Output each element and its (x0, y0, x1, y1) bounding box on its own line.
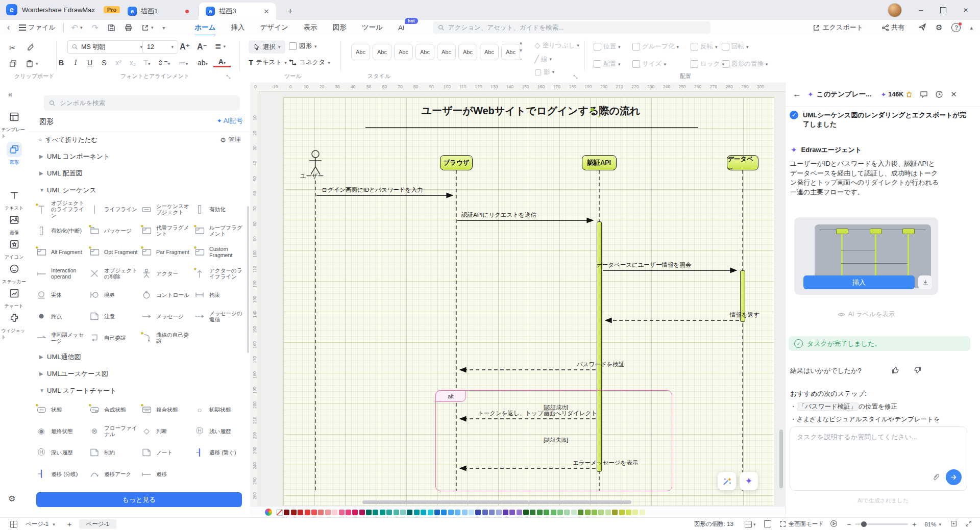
document-tab[interactable]: e描画1 (120, 3, 196, 20)
zoom-out-button[interactable]: − (847, 520, 851, 528)
shape-tool[interactable]: 図形▾ (289, 42, 317, 51)
color-swatch[interactable] (325, 510, 331, 515)
menu-tab-デザイン[interactable]: デザイン (259, 21, 289, 34)
color-swatch[interactable] (475, 510, 481, 515)
color-swatch[interactable] (421, 510, 426, 515)
color-swatch[interactable] (482, 510, 488, 515)
collapse-all-button[interactable]: «すべて折りたたむ (39, 136, 97, 144)
next-step-2[interactable]: ・さまざまなビジュアルスタイルやテンプレートを (790, 415, 940, 424)
color-swatch[interactable] (557, 510, 563, 515)
color-swatch[interactable] (537, 510, 543, 515)
present-play-icon[interactable] (830, 520, 838, 528)
increase-font-button[interactable]: A⁺ (180, 42, 190, 52)
thumbs-down-icon[interactable] (913, 366, 922, 376)
next-step-1[interactable]: ・「パスワード検証」の位置を修正 (790, 402, 897, 411)
zoom-level[interactable]: 81% (924, 521, 936, 527)
color-swatch[interactable] (332, 510, 337, 515)
color-swatch[interactable] (462, 510, 468, 515)
shape-item[interactable]: 遷移 (140, 463, 193, 485)
shape-item[interactable]: 遷移 (分岐) (35, 463, 88, 485)
color-swatch[interactable] (366, 510, 372, 515)
shape-item[interactable]: 終点 (35, 306, 88, 327)
toolbar-more-button[interactable]: ▾ (162, 25, 165, 31)
arrange-位置[interactable]: 位置▾ (594, 42, 621, 51)
paste-button[interactable]: ▾ (26, 60, 38, 68)
save-button[interactable] (108, 24, 115, 32)
color-swatch[interactable] (434, 510, 440, 515)
shape-item[interactable]: 制約 (88, 442, 140, 463)
expand-icon[interactable] (965, 520, 972, 528)
collapse-panel-icon[interactable]: « (8, 90, 12, 98)
style-more-icon[interactable]: ⌄ (519, 56, 523, 61)
zoom-in-button[interactable]: + (912, 520, 916, 528)
style-preset[interactable]: Abc (351, 44, 370, 60)
color-swatch[interactable] (626, 510, 631, 515)
rail-item-template[interactable]: テンプレート (0, 109, 28, 140)
arrange-図形の置換[interactable]: 図形の置換▾ (722, 60, 768, 68)
superscript-button[interactable]: x² (112, 59, 125, 67)
shape-item[interactable]: 代替フラグメント (140, 220, 193, 241)
menu-tab-ホーム[interactable]: ホーム (193, 21, 216, 34)
shape-item[interactable]: 自己委譲 (88, 327, 140, 348)
color-swatch[interactable] (544, 510, 549, 515)
grid-settings-icon[interactable]: ▾ (745, 521, 756, 528)
section-UML ステートチャート[interactable]: ▼UML ステートチャート (28, 382, 250, 399)
shape-item[interactable]: 遷移 (繋ぐ) (193, 442, 247, 463)
color-swatch[interactable] (428, 510, 433, 515)
message-label[interactable]: 情報を返す (730, 311, 760, 319)
message-label[interactable]: ログイン画面にIDとパスワードを入力 (322, 186, 423, 194)
quick-export-button[interactable]: ▾ (141, 24, 154, 32)
color-swatch[interactable] (291, 510, 297, 515)
character-spacing-button[interactable]: ab▾ (194, 59, 211, 67)
close-button[interactable]: ✕ (954, 0, 977, 20)
arrange-ロック[interactable]: ロック▾ (691, 60, 724, 68)
italic-button[interactable]: I (69, 59, 82, 67)
cut-button[interactable]: ✂ (9, 43, 16, 53)
menu-tab-挿入[interactable]: 挿入 (230, 21, 246, 34)
page-selector-caret-icon[interactable]: ▾ (53, 522, 55, 527)
collapse-ribbon-icon[interactable]: ▴ (970, 24, 973, 31)
style-group-expand-icon[interactable]: ⤡ (573, 74, 577, 80)
rail-item-shapes[interactable]: 図形 (0, 142, 28, 166)
avatar[interactable] (888, 4, 901, 17)
menu-tab-AI[interactable]: AIhot (397, 22, 406, 34)
help-icon[interactable]: ? (951, 23, 961, 32)
shape-item[interactable]: Ⓗ浅い履歴 (193, 420, 247, 442)
shape-item[interactable]: パッケージ (88, 220, 140, 241)
rail-item-iconcam[interactable]: アイコン (0, 237, 28, 261)
section-UML通信図[interactable]: ▶UML通信図 (28, 348, 250, 365)
page-tab[interactable]: ページ-1 (79, 519, 116, 529)
line-button[interactable]: ╱線▾ (534, 55, 552, 64)
document-tab[interactable]: e描画3✕ (199, 3, 276, 20)
ai-symbols-link[interactable]: ✦AI記号 (217, 116, 243, 125)
message-label[interactable]: パスワードを検証 (577, 361, 624, 368)
lifeline-head[interactable]: データベ ... (727, 155, 758, 170)
shape-item[interactable]: ライフライン (88, 198, 140, 220)
action-search-input[interactable]: アクション、アセット、ガイドを検索... (433, 21, 710, 34)
lifeline-head[interactable]: 認証API (582, 155, 617, 170)
credits-badge[interactable]: ✦146K (880, 91, 913, 98)
decrease-font-button[interactable]: A⁻ (197, 42, 207, 52)
arrange-回転[interactable]: 回転▾ (722, 42, 749, 51)
style-preset[interactable]: Abc (501, 44, 520, 60)
rail-settings-icon[interactable]: ⚙ (8, 494, 15, 503)
menu-tab-ツール[interactable]: ツール (361, 21, 384, 34)
shape-item[interactable]: シーケンスオブジェクト (140, 198, 193, 220)
ai-assistant-button[interactable]: ✦ (740, 472, 758, 490)
shape-item[interactable]: 実体 (35, 284, 88, 306)
color-swatch[interactable] (373, 510, 378, 515)
history-icon[interactable] (935, 90, 943, 98)
ai-labels-toggle[interactable]: AI ラベルを表示 (794, 310, 938, 319)
color-swatch[interactable] (496, 510, 502, 515)
fullscreen-mode-button[interactable]: 全画面モード (779, 520, 824, 528)
actor-label[interactable]: ユーザー (300, 172, 324, 180)
ai-close-icon[interactable]: ✕ (950, 90, 957, 99)
lifeline-head[interactable]: ブラウザ (440, 155, 473, 170)
underline-button[interactable]: U (84, 59, 96, 67)
message-label[interactable]: エラーメッセージを表示 (573, 459, 638, 467)
color-swatch[interactable] (407, 510, 412, 515)
shape-item[interactable]: Custom Fragment (193, 241, 247, 263)
color-swatch[interactable] (503, 510, 508, 515)
rail-item-sticker[interactable]: ステッカー (0, 261, 28, 285)
color-swatch[interactable] (380, 510, 385, 515)
